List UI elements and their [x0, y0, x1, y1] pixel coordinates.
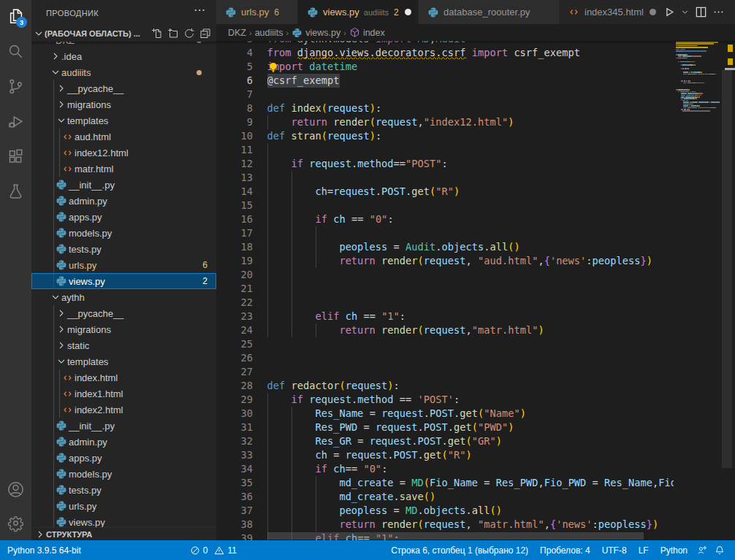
- horizontal-scrollbar[interactable]: [267, 532, 644, 540]
- tab-label: views.py: [323, 7, 359, 18]
- more-actions-icon[interactable]: [712, 6, 725, 18]
- activity-settings-button[interactable]: [0, 507, 31, 539]
- chevron-right-icon: [56, 99, 67, 110]
- tree-file-apps-py[interactable]: apps.py: [31, 209, 216, 225]
- breadcrumb-item-views-py[interactable]: views.py: [292, 27, 340, 38]
- activity-source-control-button[interactable]: [0, 70, 31, 102]
- indent-guide: [267, 407, 268, 421]
- indent-guide: [292, 462, 292, 476]
- code-line-32: Res_GR = request.POST.get("GR"): [267, 434, 503, 448]
- tree-folder-dkz[interactable]: DKZ: [31, 42, 216, 48]
- tree-item-label: models.py: [69, 228, 112, 239]
- collapse-all-icon[interactable]: [199, 28, 211, 39]
- tab-index345-html[interactable]: index345.html: [560, 0, 658, 24]
- run-dropdown-chevron-icon[interactable]: [680, 6, 690, 18]
- eol-status[interactable]: LF: [633, 540, 655, 560]
- tree-file-apps-py[interactable]: apps.py: [31, 450, 216, 466]
- warning-squiggle: [297, 56, 466, 59]
- tree-file-urls-py[interactable]: urls.py6: [31, 257, 216, 273]
- code-area: from aythh.models import MD,Auditfrom dj…: [267, 41, 674, 540]
- tree-item-label: templates: [67, 115, 108, 126]
- tree-file-models-py[interactable]: models.py: [31, 225, 216, 241]
- line-number: 16: [224, 212, 253, 226]
- tree-file--init-py[interactable]: __init__.py: [31, 177, 216, 193]
- code-line-14: ch=request.POST.get("R"): [267, 185, 460, 199]
- tree-file-tests-py[interactable]: tests.py: [31, 241, 216, 257]
- cursor-position-status[interactable]: Строка 6, столбец 1 (выбрано 12): [385, 540, 534, 560]
- indent-guide: [267, 490, 268, 504]
- indentation-status[interactable]: Пробелов: 4: [534, 540, 596, 560]
- tree-file-tests-py[interactable]: tests.py: [31, 482, 216, 498]
- tree-folder--pycache-[interactable]: __pycache__: [31, 305, 216, 321]
- indent-guide: [292, 504, 292, 518]
- tree-folder-templates[interactable]: templates: [31, 353, 216, 369]
- line-number: 13: [224, 171, 253, 185]
- tree-folder--idea[interactable]: .idea: [31, 48, 216, 64]
- tree-file-urls-py[interactable]: urls.py: [31, 498, 216, 514]
- vertical-scrollbar[interactable]: [722, 70, 732, 468]
- tree-item-label: tests.py: [69, 485, 102, 496]
- activity-run-debug-button[interactable]: [0, 105, 31, 137]
- new-file-icon[interactable]: [151, 28, 163, 39]
- indent-guide: [267, 268, 268, 282]
- workspace-section-header[interactable]: (РАБОЧАЯ ОБЛАСТЬ) ...: [31, 26, 216, 42]
- minimap[interactable]: [676, 41, 722, 540]
- tab-views-py[interactable]: views.pyaudiiits2: [298, 0, 419, 24]
- explorer-badge: 3: [16, 17, 27, 28]
- tree-file-models-py[interactable]: models.py: [31, 466, 216, 482]
- tree-folder-migrations[interactable]: migrations: [31, 321, 216, 337]
- tree-file-admin-py[interactable]: admin.py: [31, 193, 216, 209]
- notifications-status[interactable]: [711, 540, 728, 560]
- modified-dot-icon[interactable]: [650, 9, 656, 15]
- breadcrumb-item-dkz[interactable]: DKZ: [228, 28, 246, 38]
- activity-explorer-button[interactable]: 3: [0, 0, 31, 32]
- tree-folder-audiiits[interactable]: audiiits: [31, 64, 216, 80]
- tree-item-label: admin.py: [69, 437, 107, 448]
- split-editor-icon[interactable]: [695, 6, 707, 18]
- sidebar-more-actions-icon[interactable]: ⋯: [194, 3, 206, 17]
- python-interpreter-status[interactable]: Python 3.9.5 64-bit: [0, 540, 87, 560]
- new-folder-icon[interactable]: [167, 28, 179, 39]
- language-mode-status[interactable]: Python: [655, 540, 693, 560]
- tree-folder-static[interactable]: static: [31, 337, 216, 353]
- tree-folder-templates[interactable]: templates: [31, 112, 216, 129]
- tab-urls-py[interactable]: urls.py6: [216, 0, 298, 24]
- indent-guide: [267, 462, 268, 476]
- tab-database-roouter-py[interactable]: database_roouter.py: [419, 0, 560, 24]
- tree-folder-aythh[interactable]: aythh: [31, 289, 216, 305]
- code-line-36: md_create.save(): [267, 490, 436, 504]
- outline-section-header[interactable]: СТРУКТУРА: [31, 527, 216, 540]
- indent-guide: [316, 323, 316, 337]
- activity-testing-button[interactable]: [0, 175, 31, 207]
- activity-search-button[interactable]: [0, 35, 31, 67]
- code-line-38: return render(request, "matr.html",{'new…: [267, 518, 659, 532]
- tree-folder--pycache-[interactable]: __pycache__: [31, 80, 216, 96]
- lightbulb-icon[interactable]: [268, 62, 278, 72]
- code-line-12: if request.method=="POST":: [267, 157, 448, 171]
- feedback-status[interactable]: [693, 540, 711, 560]
- run-python-file-icon[interactable]: [663, 6, 675, 18]
- chevron-right-icon: [56, 83, 67, 94]
- sidebar-title: ПРОВОДНИК: [46, 9, 99, 18]
- html-file-icon: [62, 131, 73, 142]
- tree-folder-migrations[interactable]: migrations: [31, 96, 216, 112]
- activity-account-button[interactable]: [0, 473, 31, 505]
- code-editor[interactable]: 3456789101112131415161718192021222324252…: [216, 41, 735, 540]
- breadcrumb-item-audiiits[interactable]: audiiits: [255, 28, 283, 38]
- refresh-icon[interactable]: [183, 28, 195, 39]
- code-line-37: peopless = MD.objects.all(): [267, 504, 502, 518]
- encoding-status[interactable]: UTF-8: [596, 540, 633, 560]
- tree-file-views-py[interactable]: views.py: [31, 514, 216, 527]
- account-icon: [7, 480, 25, 499]
- indent-guide: [267, 143, 268, 157]
- problems-status[interactable]: 0 11: [184, 540, 243, 560]
- tree-item-label: matr.html: [75, 164, 113, 174]
- tree-file--init-py[interactable]: __init__.py: [31, 418, 216, 434]
- tree-file-views-py[interactable]: views.py2: [31, 273, 216, 289]
- modified-dot-icon[interactable]: [405, 9, 411, 15]
- indent-guide: [267, 393, 268, 407]
- tree-file-admin-py[interactable]: admin.py: [31, 434, 216, 450]
- chevron-right-icon: [34, 529, 46, 540]
- activity-extensions-button[interactable]: [0, 140, 31, 172]
- breadcrumb-item-index[interactable]: index: [349, 27, 385, 38]
